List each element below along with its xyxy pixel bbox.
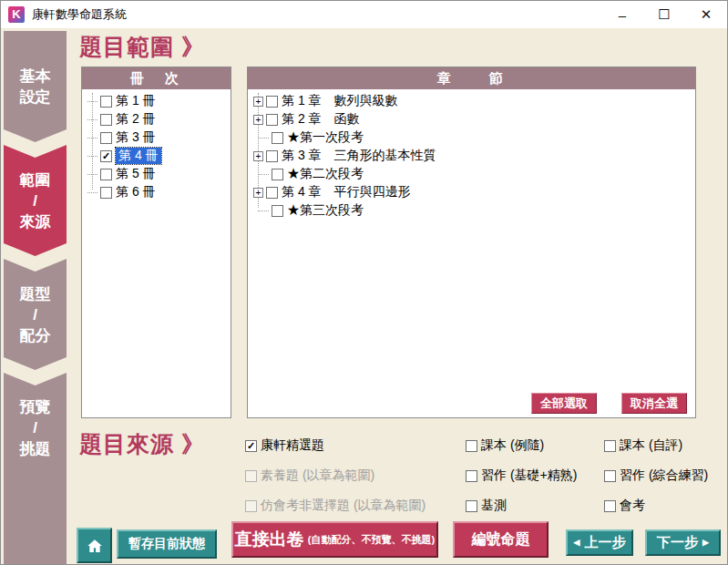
checkbox[interactable] [100, 114, 112, 126]
checkbox[interactable] [272, 205, 283, 217]
chapter-label: 第 1 章 數列與級數 [282, 93, 398, 109]
close-button[interactable]: ✕ [685, 1, 727, 28]
exam-item[interactable]: ★第二次段考 [253, 165, 695, 183]
tab-question-type-score[interactable]: 題型 / 配分 [4, 259, 67, 370]
save-current-state-button[interactable]: 暫存目前狀態 [117, 529, 217, 559]
source-label: 習作 (綜合練習) [620, 467, 708, 484]
chapter-item[interactable]: + 第 4 章 平行與四邊形 [253, 183, 695, 201]
deselect-all-button[interactable]: 取消全選 [621, 393, 687, 414]
volume-item[interactable]: 第 2 冊 [87, 110, 231, 128]
checkbox[interactable] [604, 500, 616, 512]
tab-label-line: 挑題 [20, 438, 51, 459]
previous-step-button[interactable]: ◀ 上一步 [566, 529, 633, 556]
tab-label-line: 設定 [20, 87, 51, 108]
volume-label: 第 2 冊 [116, 111, 156, 128]
volume-item[interactable]: 第 5 冊 [87, 165, 231, 183]
source-option-textbook-selfeval[interactable]: 課本 (自評) [604, 437, 682, 454]
tab-label-line: 基本 [20, 66, 51, 87]
tree-connector [87, 156, 97, 157]
source-option-comprehensive-exam[interactable]: 會考 [604, 498, 645, 514]
expand-icon[interactable]: + [253, 97, 263, 107]
next-step-label: 下一步 [657, 534, 698, 551]
numbered-question-button[interactable]: 編號命題 [453, 521, 549, 558]
volume-item-selected[interactable]: ✓ 第 4 冊 [87, 147, 231, 165]
tree-connector [87, 174, 97, 175]
volume-item[interactable]: 第 6 冊 [87, 183, 231, 201]
tree-connector [258, 138, 269, 139]
exam-label: ★第二次段考 [287, 166, 364, 182]
tab-label-line: / [33, 417, 37, 438]
checkbox-checked[interactable]: ✓ [100, 150, 112, 162]
exam-item[interactable]: ★第一次段考 [253, 128, 695, 147]
volume-label: 第 1 冊 [116, 93, 156, 109]
checkbox[interactable] [466, 470, 477, 482]
expand-icon[interactable]: + [253, 188, 263, 198]
title-bar: K 康軒數學命題系統 – ☐ ✕ [1, 1, 727, 28]
checkbox[interactable] [604, 440, 616, 452]
chapter-item[interactable]: + 第 3 章 三角形的基本性質 [253, 147, 695, 165]
tab-basic-settings[interactable]: 基本 設定 [4, 31, 67, 142]
tab-range-source[interactable]: 範圍 / 來源 [4, 145, 67, 256]
select-all-button[interactable]: 全部選取 [531, 393, 597, 414]
volume-item[interactable]: 第 1 冊 [87, 92, 231, 110]
source-label: 基測 [481, 498, 507, 514]
tree-connector [258, 211, 269, 211]
chapter-item[interactable]: + 第 2 章 函數 [253, 110, 695, 128]
checkbox[interactable] [100, 169, 112, 180]
checkbox-checked[interactable]: ✓ [245, 440, 257, 452]
window-title: 康軒數學命題系統 [32, 6, 127, 23]
checkbox[interactable] [100, 132, 112, 144]
checkbox[interactable] [266, 150, 278, 162]
tab-label-line: 預覽 [20, 396, 51, 417]
direct-generate-sublabel: (自動配分、不預覽、不挑題) [308, 533, 435, 547]
volume-label: 第 4 冊 [116, 148, 161, 164]
source-label: 習作 (基礎+精熟) [481, 467, 577, 484]
home-icon [85, 536, 105, 556]
checkbox[interactable] [266, 187, 278, 199]
home-button[interactable] [77, 528, 112, 563]
source-label: 康軒精選題 [261, 437, 324, 454]
tab-label-line: / [33, 304, 37, 325]
checkbox[interactable] [266, 114, 278, 126]
source-option-mock-exam[interactable]: 仿會考非選擇題 (以章為範圍) [245, 498, 426, 514]
tree-connector [87, 119, 97, 120]
direct-generate-button[interactable]: 直接出卷 (自動配分、不預覽、不挑題) [231, 521, 438, 558]
source-option-kanghsuan[interactable]: ✓ 康軒精選題 [245, 437, 324, 454]
checkbox[interactable] [272, 132, 283, 144]
tab-preview-pick[interactable]: 預覽 / 挑題 [4, 373, 67, 565]
expand-icon[interactable]: + [253, 151, 263, 161]
chapter-item[interactable]: + 第 1 章 數列與級數 [253, 92, 695, 110]
maximize-button[interactable]: ☐ [643, 1, 685, 28]
arrow-left-icon: ◀ [574, 539, 580, 547]
app-logo-icon: K [8, 6, 25, 23]
volume-item[interactable]: 第 3 冊 [87, 128, 231, 147]
checkbox[interactable] [272, 169, 283, 180]
checkbox[interactable] [466, 440, 477, 452]
next-step-button[interactable]: 下一步 ▶ [645, 529, 721, 556]
expand-icon[interactable]: + [253, 115, 263, 125]
checkbox[interactable] [604, 470, 616, 482]
tree-connector [258, 174, 269, 175]
exam-label: ★第三次段考 [287, 202, 364, 219]
chapter-label: 第 4 章 平行與四邊形 [282, 184, 411, 200]
app-window: K 康軒數學命題系統 – ☐ ✕ 基本 設定 範圍 / 來源 題型 / 配分 預… [0, 0, 728, 565]
checkbox[interactable] [100, 187, 112, 199]
volume-label: 第 6 冊 [116, 184, 156, 200]
chapter-label: 第 2 章 函數 [282, 111, 360, 128]
source-option-workbook-comprehensive[interactable]: 習作 (綜合練習) [604, 467, 708, 484]
window-controls: – ☐ ✕ [601, 1, 727, 28]
source-option-basic-test[interactable]: 基測 [466, 498, 507, 514]
exam-label: ★第一次段考 [287, 129, 364, 146]
exam-item[interactable]: ★第三次段考 [253, 201, 695, 220]
checkbox[interactable] [100, 96, 112, 108]
minimize-button[interactable]: – [601, 1, 643, 28]
volume-tree: 第 1 冊 第 2 冊 第 3 冊 ✓ 第 4 冊 第 5 冊 [82, 89, 231, 201]
tab-label-line: 題型 [20, 283, 51, 304]
tab-label-line: 來源 [20, 211, 51, 232]
chapter-label: 第 3 章 三角形的基本性質 [282, 148, 436, 164]
checkbox[interactable] [266, 96, 278, 108]
checkbox[interactable] [466, 500, 477, 512]
source-option-workbook-basic[interactable]: 習作 (基礎+精熟) [466, 467, 577, 484]
source-option-textbook-example[interactable]: 課本 (例隨) [466, 437, 544, 454]
source-option-literacy[interactable]: 素養題 (以章為範圍) [245, 467, 374, 484]
